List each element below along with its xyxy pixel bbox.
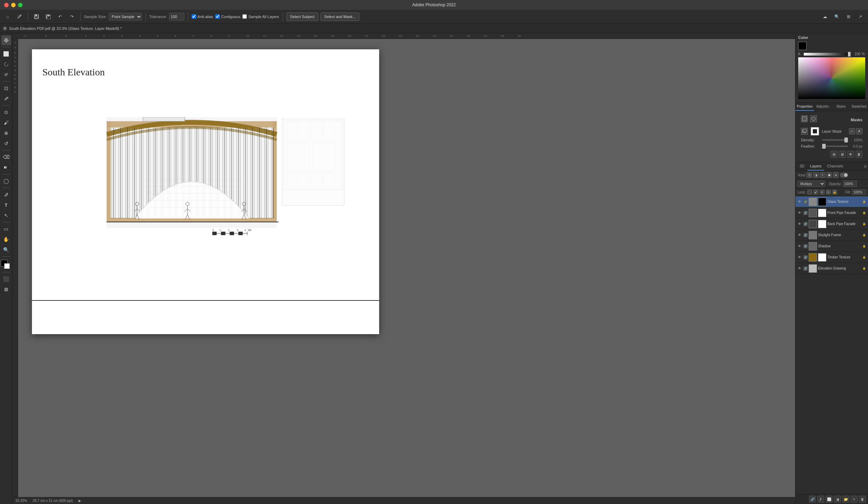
crop-tool[interactable]: ⊡ — [1, 83, 11, 93]
brush-tool[interactable]: 🖌 — [1, 118, 11, 127]
link-layers-button[interactable]: 🔗 — [809, 496, 816, 503]
disable-mask-button[interactable]: ✗ — [856, 128, 862, 134]
zoom-tool[interactable]: 🔍 — [1, 245, 11, 255]
layer-link-front-pipe[interactable]: 🔗 — [803, 211, 808, 215]
paint-bucket-icon[interactable]: ⊠ — [839, 151, 846, 158]
layer-item-shadow[interactable]: 👁 🔗 Shadow 🔒 — [795, 241, 868, 252]
cloud-icon[interactable]: ☁ — [820, 12, 830, 22]
redo-button[interactable]: ↷ — [67, 12, 77, 22]
add-style-button[interactable]: Ƒ — [817, 496, 824, 503]
tab-swatches[interactable]: Swatches — [850, 103, 868, 111]
add-mask-button[interactable]: ⬜ — [826, 496, 833, 503]
fullscreen-button[interactable] — [18, 3, 23, 7]
tab-close-button[interactable]: ✕ — [3, 26, 7, 31]
save-copy-button[interactable] — [43, 12, 53, 22]
hand-tool[interactable]: ✋ — [1, 234, 11, 244]
tab-styles[interactable]: Styles — [832, 103, 850, 111]
layer-item-elevation[interactable]: 👁 🔗 Elevation Drawing 🔒 — [795, 263, 868, 274]
search-icon[interactable]: 🔍 — [832, 12, 842, 22]
fg-bg-colors[interactable] — [1, 260, 12, 270]
quick-mask-toggle[interactable]: ⬛ — [1, 274, 11, 284]
type-tool[interactable]: T — [1, 200, 11, 210]
layer-visibility-elevation[interactable]: 👁 — [797, 266, 802, 271]
layer-item-back-pipe[interactable]: 👁 🔗 Back Pipe Facade 🔒 — [795, 218, 868, 230]
filter-smart-icon[interactable]: ★ — [833, 172, 838, 178]
eyedropper-tool[interactable] — [1, 94, 11, 104]
apply-mask-button[interactable]: ✓ — [849, 128, 855, 134]
layer-item-skylight[interactable]: 👁 🔗 Skylight Frame 🔒 — [795, 230, 868, 241]
lock-paint-icon[interactable]: 🖌 — [813, 190, 818, 195]
home-button[interactable]: ⌂ — [3, 12, 12, 22]
layer-link-glass[interactable]: 🔗 — [803, 200, 808, 204]
layer-item-timber[interactable]: 👁 🔗 Timber Texture 🔒 — [795, 252, 868, 263]
contiguous-checkbox[interactable] — [215, 14, 220, 19]
filter-shape-icon[interactable]: ⬟ — [826, 172, 832, 178]
opacity-input[interactable] — [843, 181, 857, 187]
sample-all-layers-checkbox[interactable] — [242, 14, 247, 19]
filter-adj-icon[interactable]: ◑ — [813, 172, 819, 178]
rectangular-marquee-tool[interactable]: ⬜ — [1, 49, 11, 59]
undo-button[interactable]: ↶ — [55, 12, 65, 22]
spot-healing-brush[interactable]: ⊙ — [1, 107, 11, 117]
rectangle-shape-tool[interactable]: ▭ — [1, 224, 11, 234]
layer-visibility-back-pipe[interactable]: 👁 — [797, 221, 802, 227]
layer-link-back-pipe[interactable]: 🔗 — [803, 222, 808, 226]
new-group-button[interactable]: 📁 — [842, 496, 849, 503]
filter-type-icon[interactable]: T — [820, 172, 825, 178]
tab-adjustments[interactable]: Adjustm. — [814, 103, 832, 111]
tab-3d[interactable]: 3D — [797, 162, 807, 171]
current-color-swatch[interactable] — [798, 42, 807, 50]
status-arrow[interactable]: ▶ — [78, 499, 81, 503]
layer-visibility-glass[interactable]: 👁 — [797, 199, 802, 205]
k-value[interactable]: 100 — [852, 52, 860, 56]
eye-icon[interactable]: 👁 — [847, 151, 854, 158]
dodge-tool[interactable]: ◯ — [1, 176, 11, 186]
tolerance-input[interactable] — [169, 13, 184, 20]
blend-mode-select[interactable]: Multiply Normal Screen Overlay — [798, 181, 825, 187]
delete-layer-button[interactable]: 🗑 — [859, 496, 866, 503]
gradient-tool[interactable] — [1, 163, 11, 172]
path-selection-tool[interactable]: ↖ — [1, 210, 11, 220]
k-slider-thumb[interactable] — [848, 52, 851, 57]
layer-link-elevation[interactable]: 🔗 — [803, 266, 808, 271]
pen-tool[interactable] — [1, 190, 11, 199]
layers-panel-menu[interactable]: ≡ — [864, 162, 867, 171]
color-gradient[interactable] — [798, 57, 865, 99]
trash-icon[interactable]: 🗑 — [856, 151, 862, 158]
screen-mode-toggle[interactable]: ⊠ — [1, 284, 11, 294]
feather-slider[interactable] — [822, 146, 848, 147]
density-slider[interactable] — [822, 139, 848, 141]
layer-visibility-skylight[interactable]: 👁 — [797, 232, 802, 238]
anti-alias-checkbox[interactable] — [192, 14, 196, 19]
lock-artboard-icon[interactable]: ⊡ — [826, 190, 831, 195]
layer-visibility-front-pipe[interactable]: 👁 — [797, 210, 802, 216]
minimize-button[interactable] — [11, 3, 16, 7]
filter-pixel-icon[interactable]: ☰ — [807, 172, 812, 178]
new-layer-button[interactable]: + — [851, 496, 858, 503]
lasso-tool[interactable] — [1, 59, 11, 69]
grid-icon[interactable]: ⊞ — [831, 151, 837, 158]
close-button[interactable] — [4, 3, 9, 7]
clone-stamp-tool[interactable]: ⊕ — [1, 128, 11, 138]
arrange-icon[interactable]: ⊞ — [844, 12, 853, 22]
fill-input[interactable] — [852, 189, 866, 195]
k-slider[interactable] — [804, 53, 851, 56]
layer-item-glass-texture[interactable]: 👁 🔗 Glass Texture 🔒 — [795, 196, 868, 207]
new-fill-layer-button[interactable]: ◑ — [834, 496, 841, 503]
lock-transparency-icon[interactable]: ⬛ — [807, 190, 812, 195]
share-icon[interactable]: ↗ — [856, 12, 865, 22]
tab-layers[interactable]: Layers — [807, 162, 824, 171]
vector-mask-icon[interactable] — [810, 115, 817, 122]
layer-link-skylight[interactable]: 🔗 — [803, 233, 808, 237]
density-slider-thumb[interactable] — [844, 138, 848, 142]
layer-visibility-shadow[interactable]: 👁 — [797, 243, 802, 249]
filter-toggle[interactable] — [840, 173, 848, 177]
canvas-container[interactable]: South Elevation — [18, 39, 795, 497]
save-button[interactable] — [32, 12, 41, 22]
history-brush[interactable]: ↺ — [1, 139, 11, 148]
layer-item-front-pipe[interactable]: 👁 🔗 Front Pipe Facade 🔒 — [795, 207, 868, 218]
magic-wand-tool[interactable] — [15, 12, 24, 22]
move-tool[interactable] — [1, 35, 11, 45]
pixel-mask-icon[interactable] — [801, 115, 808, 122]
sample-size-select[interactable]: Point Sample — [109, 13, 142, 20]
